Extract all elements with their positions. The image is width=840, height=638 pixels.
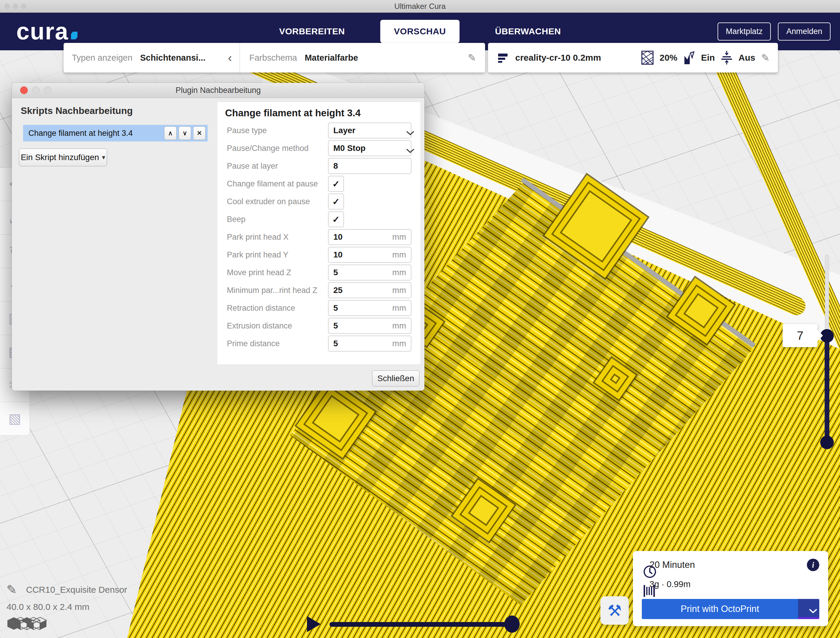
selected-script-row[interactable]: Change filament at height 3.4 ∧ ∨ ✕	[23, 125, 208, 141]
input-value: 25	[333, 286, 343, 295]
view-type-label: Typen anzeigen	[72, 53, 133, 63]
marketplace-button[interactable]: Marktplatz	[718, 22, 771, 41]
info-icon[interactable]: i	[807, 559, 819, 571]
pause-type-select[interactable]: Layer	[328, 122, 411, 138]
adhesion-icon	[721, 50, 733, 65]
unit-label: mm	[392, 286, 406, 295]
printer-profile-value: creality-cr-10 0.2mm	[515, 53, 601, 63]
layer-slider-bottom-handle[interactable]	[820, 435, 834, 449]
simulation-slider-track[interactable]	[330, 622, 507, 627]
unit-label: mm	[392, 268, 406, 277]
tab-prepare[interactable]: VORBEREITEN	[279, 26, 345, 36]
pause-at-layer-input[interactable]: 8	[328, 158, 411, 174]
ultimaker-cura-window: Ultimaker Cura cura VORBEREITEN VORSCHAU…	[0, 0, 840, 638]
dialog-zoom-icon[interactable]	[44, 86, 52, 94]
post-processing-dialog: Plugin Nachbearbeitung Skripts Nachbearb…	[12, 83, 425, 391]
unit-label: mm	[392, 303, 406, 313]
move-script-up-button[interactable]: ∧	[164, 127, 177, 140]
adhesion-value: Aus	[739, 53, 755, 63]
viewport-3d[interactable]: ✥ ⤢ ↻ ⇔ ▣ ▨ ✂ ▧ 7 ⚒ 20 Minuten	[0, 50, 840, 638]
print-setup-card[interactable]: creality-cr-10 0.2mm 20% Ein Aus ✎	[488, 43, 778, 73]
edit-view-pencil-icon[interactable]: ✎	[468, 52, 477, 63]
cura-logo-text: cura	[16, 18, 69, 44]
minimize-window-icon[interactable]	[13, 4, 18, 9]
field-label: Extrusion distance	[224, 321, 328, 331]
simulation-slider-handle[interactable]	[504, 616, 519, 633]
pause-method-select[interactable]: M0 Stop	[328, 140, 411, 156]
close-window-icon[interactable]	[5, 4, 9, 9]
field-label: Park print head X	[224, 233, 328, 242]
tab-monitor[interactable]: ÜBERWACHEN	[495, 26, 561, 36]
field-label: Move print head Z	[224, 268, 328, 277]
view-type-value: Schichtenansi...	[140, 53, 205, 63]
form-row-park-y: Park print head Y 10 mm	[224, 246, 413, 264]
view-type-selector[interactable]: Typen anzeigen Schichtenansi... ‹	[63, 43, 240, 73]
layer-number-flag: 7	[783, 324, 818, 347]
cool-extruder-checkbox[interactable]: ✓	[328, 193, 344, 209]
form-row-park-x: Park print head X 10 mm	[224, 228, 413, 246]
color-scheme-value: Materialfarbe	[305, 53, 358, 63]
move-z-input[interactable]: 5 mm	[328, 264, 411, 280]
infill-icon	[641, 51, 654, 65]
model-name: CCR10_Exquisite Densor	[26, 585, 127, 595]
field-label: Retraction distance	[224, 304, 328, 313]
input-value: 10	[333, 250, 343, 260]
input-value: 5	[333, 303, 338, 313]
field-label: Change filament at pause	[224, 179, 328, 188]
move-script-down-button[interactable]: ∨	[178, 127, 191, 140]
beep-checkbox[interactable]: ✓	[328, 211, 344, 227]
dialog-minimize-icon[interactable]	[32, 86, 39, 94]
rename-model-pencil-icon[interactable]: ✎	[6, 583, 17, 597]
field-label: Park print head Y	[224, 250, 328, 260]
field-label: Pause type	[224, 126, 328, 135]
wrench-icon[interactable]: ⚒	[600, 596, 629, 625]
scripts-heading: Skripts Nachbearbeitung	[21, 105, 133, 116]
remove-script-button[interactable]: ✕	[193, 127, 205, 140]
park-x-input[interactable]: 10 mm	[328, 229, 411, 245]
change-filament-checkbox[interactable]: ✓	[328, 176, 344, 192]
tab-preview[interactable]: VORSCHAU	[381, 20, 459, 43]
layer-slider-range[interactable]	[824, 336, 829, 442]
field-label: Prime distance	[224, 339, 328, 348]
material-row: 3g · 0.99m	[643, 579, 819, 589]
support-blocker-icon[interactable]: ▧	[0, 402, 30, 435]
color-scheme-selector[interactable]: Farbschema Materialfarbe ✎	[240, 43, 485, 73]
dialog-title: Plugin Nachbearbeitung	[175, 86, 261, 95]
prime-distance-input[interactable]: 5 mm	[328, 336, 411, 351]
dialog-titlebar[interactable]: Plugin Nachbearbeitung	[12, 83, 425, 98]
zoom-window-icon[interactable]	[21, 4, 26, 9]
print-with-octoprint-button[interactable]: Print with OctoPrint	[642, 599, 798, 619]
form-row-retraction: Retraction distance 5 mm	[224, 299, 413, 317]
form-row-change-filament: Change filament at pause ✓	[224, 175, 413, 193]
view-config-card: Typen anzeigen Schichtenansi... ‹ Farbsc…	[63, 43, 485, 73]
collapse-chevron-icon[interactable]: ‹	[228, 52, 232, 63]
select-value: M0 Stop	[333, 144, 366, 153]
signin-button[interactable]: Anmelden	[778, 22, 831, 41]
extrusion-distance-input[interactable]: 5 mm	[328, 318, 411, 334]
field-label: Pause at layer	[224, 161, 328, 171]
field-label: Cool extruder on pause	[224, 197, 328, 206]
minimum-park-z-input[interactable]: 25 mm	[328, 282, 411, 298]
field-label: Minimum par...rint head Z	[224, 286, 328, 295]
dialog-close-icon[interactable]	[20, 86, 28, 94]
form-row-minimum-park-z: Minimum par...rint head Z 25 mm	[224, 282, 413, 299]
form-row-prime: Prime distance 5 mm	[224, 335, 413, 352]
field-label: Beep	[224, 215, 328, 224]
print-time-row: 20 Minuten i	[643, 559, 819, 571]
form-row-extrusion: Extrusion distance 5 mm	[224, 317, 413, 335]
add-script-button[interactable]: Ein Skript hinzufügen ▾	[19, 149, 107, 166]
unit-label: mm	[392, 321, 406, 331]
print-button-dropdown[interactable]	[798, 599, 819, 619]
unit-label: mm	[392, 232, 406, 242]
support-value: Ein	[701, 53, 715, 63]
select-value: Layer	[333, 126, 355, 135]
caret-down-icon: ▾	[102, 154, 105, 161]
support-icon	[683, 51, 695, 65]
park-y-input[interactable]: 10 mm	[328, 247, 411, 263]
play-icon[interactable]	[307, 616, 321, 632]
cura-logo-dot-icon	[71, 32, 77, 40]
input-value: 5	[333, 321, 338, 331]
retraction-distance-input[interactable]: 5 mm	[328, 300, 411, 316]
close-dialog-button[interactable]: Schließen	[372, 370, 419, 386]
edit-print-settings-pencil-icon[interactable]: ✎	[761, 52, 770, 63]
